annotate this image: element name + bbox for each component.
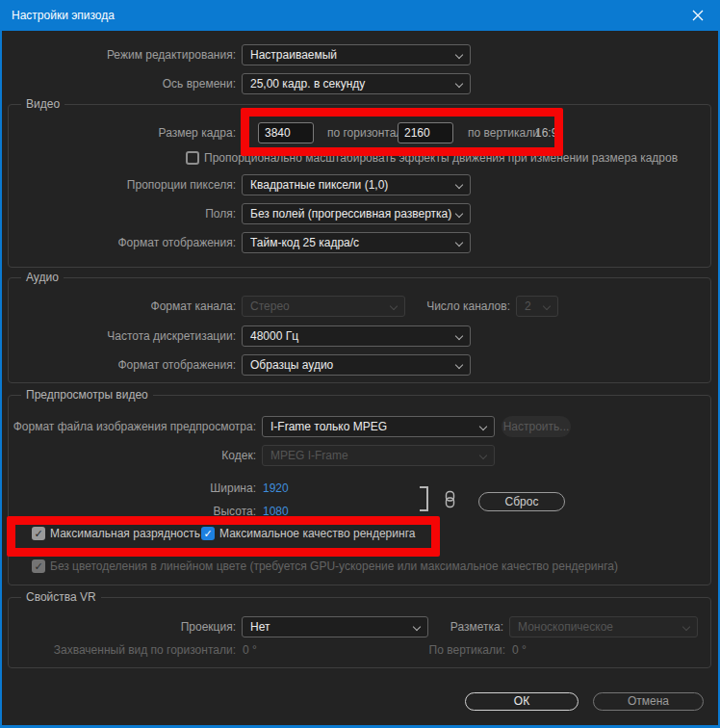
- captured-horizontal-label: Захваченный вид по горизонтали:: [5, 641, 236, 659]
- pixel-aspect-label: Пропорции пикселя:: [5, 174, 236, 195]
- vertical-suffix: по вертикали: [468, 122, 539, 143]
- vr-layout-dropdown: Моноскопическое: [509, 616, 698, 637]
- projection-label: Проекция:: [5, 616, 236, 637]
- chevron-down-icon: [413, 623, 421, 631]
- previews-section-label: Предпросмотры видео: [21, 388, 153, 403]
- link-icon: [444, 490, 456, 508]
- vr-layout-value: Моноскопическое: [518, 620, 613, 634]
- audio-display-format-label: Формат отображения:: [5, 354, 236, 376]
- editing-mode-label: Режим редактирования:: [5, 44, 236, 65]
- chevron-down-icon: [390, 302, 398, 310]
- titlebar: Настройки эпизода: [0, 0, 720, 31]
- configure-button: Настроить...: [501, 416, 571, 437]
- captured-vertical-value: 0 °: [512, 641, 527, 659]
- captured-vertical-label: По вертикали:: [385, 641, 505, 659]
- timebase-label: Ось времени:: [5, 73, 236, 94]
- chevron-down-icon: [479, 452, 487, 459]
- chevron-down-icon: [455, 361, 463, 369]
- preview-height-label: Высота:: [5, 502, 256, 521]
- chevron-down-icon: [455, 332, 463, 340]
- channel-count-dropdown: 2: [516, 296, 558, 317]
- max-render-quality-checkbox[interactable]: [201, 527, 215, 540]
- chevron-down-icon: [455, 239, 463, 247]
- scale-motion-checkbox[interactable]: [186, 151, 199, 165]
- preview-width-value[interactable]: 1920: [263, 479, 289, 498]
- channel-count-value: 2: [525, 299, 531, 313]
- aspect-ratio-value: 16:9: [535, 122, 557, 143]
- vr-layout-label: Разметка:: [433, 616, 503, 637]
- preview-file-format-value: I-Frame только MPEG: [270, 420, 387, 433]
- frame-height-input[interactable]: [398, 122, 453, 143]
- timebase-value: 25,00 кадр. в секунду: [250, 77, 365, 91]
- channel-format-label: Формат канала:: [5, 296, 236, 317]
- sample-rate-label: Частота дискретизации:: [5, 325, 236, 347]
- preview-file-format-dropdown[interactable]: I-Frame только MPEG: [262, 416, 495, 437]
- chevron-down-icon: [455, 181, 463, 189]
- chevron-down-icon: [455, 80, 463, 88]
- preview-width-label: Ширина:: [5, 479, 256, 498]
- audio-display-format-dropdown[interactable]: Образцы аудио: [242, 354, 471, 376]
- pixel-aspect-value: Квадратные пиксели (1,0): [250, 178, 388, 192]
- fields-dropdown[interactable]: Без полей (прогрессивная развертка): [242, 203, 471, 224]
- close-button[interactable]: [676, 0, 720, 31]
- fields-label: Поля:: [5, 203, 236, 224]
- chevron-down-icon: [455, 210, 463, 218]
- pixel-aspect-dropdown[interactable]: Квадратные пиксели (1,0): [242, 174, 471, 195]
- linear-color-label: Без цветоделения в линейном цвете (требу…: [50, 556, 618, 577]
- dialog-title: Настройки эпизода: [12, 0, 115, 31]
- sample-rate-dropdown[interactable]: 48000 Гц: [242, 325, 471, 347]
- editing-mode-dropdown[interactable]: Настраиваемый: [242, 44, 471, 65]
- captured-horizontal-value: 0 °: [243, 641, 257, 659]
- editing-mode-value: Настраиваемый: [250, 48, 337, 62]
- sequence-settings-dialog: Настройки эпизода Режим редактирования: …: [0, 0, 720, 728]
- channel-count-label: Число каналов:: [424, 296, 510, 317]
- chevron-down-icon: [455, 51, 463, 59]
- video-display-format-value: Тайм-код 25 кадра/с: [250, 236, 359, 249]
- max-bit-depth-checkbox[interactable]: [32, 527, 45, 540]
- audio-display-format-value: Образцы аудио: [250, 358, 333, 372]
- codec-dropdown: MPEG I-Frame: [262, 445, 495, 466]
- channel-format-value: Стерео: [250, 299, 290, 313]
- projection-dropdown[interactable]: Нет: [242, 616, 428, 637]
- window-border-left: [0, 31, 2, 728]
- projection-value: Нет: [250, 620, 270, 634]
- video-display-format-label: Формат отображения:: [5, 232, 236, 253]
- scale-motion-label: Пропорционально масштабировать эффекты д…: [204, 147, 678, 169]
- preview-height-value[interactable]: 1080: [263, 502, 289, 521]
- max-render-quality-label: Максимальное качество рендеринга: [219, 523, 415, 544]
- timebase-dropdown[interactable]: 25,00 кадр. в секунду: [242, 73, 471, 94]
- fields-value: Без полей (прогрессивная развертка): [250, 207, 451, 221]
- codec-value: MPEG I-Frame: [270, 449, 348, 462]
- channel-format-dropdown: Стерео: [242, 296, 405, 317]
- cancel-button[interactable]: Отмена: [593, 692, 704, 711]
- video-display-format-dropdown[interactable]: Тайм-код 25 кадра/с: [242, 232, 471, 253]
- chevron-down-icon: [543, 302, 551, 310]
- close-icon: [692, 10, 704, 21]
- chevron-down-icon: [479, 423, 487, 430]
- chevron-down-icon: [682, 623, 690, 631]
- link-bracket: [420, 509, 428, 511]
- link-bracket: [426, 486, 428, 511]
- video-section-label: Видео: [21, 97, 64, 112]
- vr-section-label: Свойства VR: [21, 590, 101, 605]
- frame-size-label: Размер кадра:: [5, 122, 236, 143]
- sample-rate-value: 48000 Гц: [250, 329, 298, 343]
- linear-color-checkbox: [32, 559, 45, 573]
- ok-button[interactable]: ОК: [465, 692, 579, 711]
- frame-width-input[interactable]: [258, 122, 314, 143]
- max-bit-depth-label: Максимальная разрядность: [50, 523, 200, 544]
- preview-file-format-label: Формат файла изображения предпросмотра:: [5, 416, 256, 437]
- reset-button[interactable]: Сброс: [478, 492, 565, 511]
- codec-label: Кодек:: [5, 445, 256, 466]
- audio-section-label: Аудио: [21, 271, 64, 285]
